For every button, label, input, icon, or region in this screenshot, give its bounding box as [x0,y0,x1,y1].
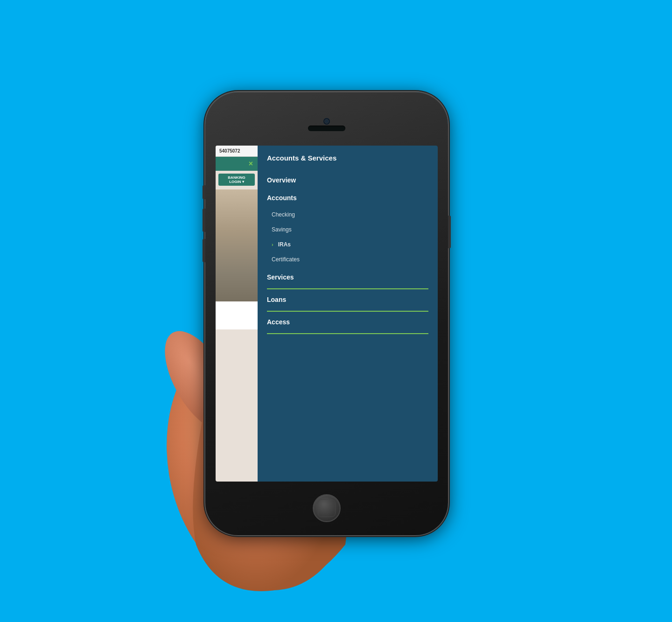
menu-item-accounts[interactable]: Accounts [258,189,438,207]
close-icon[interactable]: × [249,160,253,168]
volume-mute-button[interactable] [203,185,205,199]
menu-item-loans[interactable]: Loans [258,289,438,310]
menu-item-savings[interactable]: Savings [258,222,438,237]
home-button-inner [318,499,336,517]
scene: 54075072 × BANKINGLOGIN ▾ Accounts & Ser… [159,55,513,568]
speaker-icon [308,126,345,131]
access-divider [267,333,428,334]
menu-item-access[interactable]: Access [258,312,438,332]
power-button[interactable] [448,216,451,248]
volume-up-button[interactable] [203,209,205,232]
home-button[interactable] [313,494,341,522]
menu-item-iras[interactable]: › IRAs [258,237,438,252]
menu-item-certificates[interactable]: Certificates [258,252,438,267]
phone-screen: 54075072 × BANKINGLOGIN ▾ Accounts & Ser… [216,146,438,482]
account-number: 54075072 [219,148,240,154]
cat-image [216,189,258,329]
left-panel: 54075072 × BANKINGLOGIN ▾ [216,146,258,482]
phone-device: 54075072 × BANKINGLOGIN ▾ Accounts & Ser… [205,92,448,535]
camera-icon [324,119,329,124]
account-number-bar: 54075072 [216,146,258,157]
menu-item-services[interactable]: Services [258,267,438,287]
menu-title: Accounts & Services [267,154,336,162]
menu-item-checking[interactable]: Checking [258,207,438,222]
volume-down-button[interactable] [203,239,205,262]
menu-item-overview[interactable]: Overview [258,170,438,189]
close-area: × [216,157,258,171]
banking-login-button[interactable]: BANKINGLOGIN ▾ [218,174,255,186]
navigation-menu: Accounts & Services Overview Accounts Ch… [258,146,438,482]
menu-header: Accounts & Services [258,146,438,170]
chevron-right-icon: › [272,242,273,247]
